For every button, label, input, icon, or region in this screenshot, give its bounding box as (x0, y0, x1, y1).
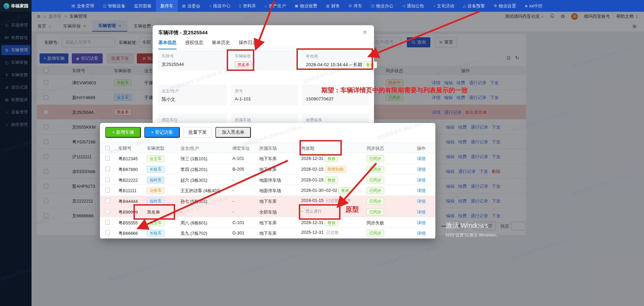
cell-plate: 粤B22222 (118, 177, 138, 183)
nav-item-资料库[interactable]: ▯资料库 (235, 0, 260, 12)
cell-validity: 2026-01-30~02-02 有效 (301, 187, 352, 194)
cell-type: 临时车 (147, 198, 164, 205)
field-value: 陈小文 (162, 96, 223, 102)
field-value: A-1-101 (235, 96, 294, 101)
nav-item-业委会[interactable]: ▧业委会 (178, 0, 205, 12)
nav-item-智能设备[interactable]: ◫智能设备 (98, 0, 129, 12)
nav-item-label: 物业收费 (300, 3, 317, 9)
cell-lot: 地下车库 (259, 167, 277, 173)
row-checkbox[interactable] (105, 220, 110, 225)
cell-type: 长租车 (147, 230, 164, 236)
op-详情[interactable]: 详情 (417, 220, 426, 226)
row-checkbox[interactable] (105, 199, 110, 203)
row-checkbox[interactable] (105, 209, 110, 214)
nav-item-业务受理[interactable]: ▤业务受理 (67, 0, 98, 12)
cell-type: 业主车 (147, 219, 164, 226)
prototype-table-header: 车牌号车辆类型业主/住户绑定车位所属车场有效期同步状态操作 (100, 142, 435, 153)
op-详情[interactable]: 详情 (417, 188, 426, 194)
field-value: 京2525544 (162, 61, 223, 68)
nav-item-物业办公[interactable]: ◳物业办公 (367, 0, 398, 12)
cell-owner: 张三 (1栋101) (180, 156, 207, 162)
nav-item-icon: ⚙ (494, 4, 497, 8)
nav-item-label: 物业办公 (376, 3, 393, 9)
nav-item-iot中控[interactable]: ◈iot中控 (521, 0, 547, 12)
cell-owner: 孙七 (5栋501) (180, 199, 207, 205)
nav-item-设备预警[interactable]: △设备预警 (459, 0, 489, 12)
cell-sync-status: 已同步 (367, 230, 384, 236)
nav-item-通知公告[interactable]: ◁通知公告 (398, 0, 428, 12)
op-详情[interactable]: 详情 (417, 177, 426, 183)
cell-type: 访客车 (147, 187, 164, 194)
close-icon[interactable]: ✕ (363, 29, 367, 36)
row-checkbox[interactable] (105, 177, 110, 182)
cell-sync-status: 已同步 (367, 177, 384, 183)
nav-item-icon: ◁ (402, 4, 405, 8)
nav-item-icon: ◈ (525, 4, 528, 8)
cell-spot: C-101 (232, 220, 244, 225)
nav-item-监控面板[interactable]: 监控面板 (130, 0, 156, 12)
nav-item-物业收费[interactable]: ▣物业收费 (290, 0, 322, 12)
validity-tag: 有效 (338, 187, 352, 194)
nav-item-icon: ▤ (71, 4, 75, 8)
cell-validity: 2026-12-31 有效 (301, 155, 338, 162)
row-checkbox[interactable] (105, 230, 110, 235)
proto-button-批量下发[interactable]: 批量下发 (183, 127, 212, 138)
cell-lot: 地下车库 (259, 156, 277, 162)
field-label: 车牌号 (162, 53, 223, 59)
proto-table-row: 粤B11111访客车王五的访客 (4栋402)-地面停车场2026-01-30~… (100, 185, 435, 196)
op-详情[interactable]: 详情 (417, 230, 426, 236)
nav-item-资产住户[interactable]: ⌂资产住户 (260, 0, 290, 12)
nav-item-新停车[interactable]: 新停车 (156, 0, 178, 12)
cell-owner: 周八 (6栋601) (180, 220, 207, 226)
cell-spot: B-205 (232, 167, 244, 172)
nav-item-停车[interactable]: ⊟停车 (344, 0, 366, 12)
nav-item-文化活动[interactable]: ◔文化活动 (429, 0, 459, 12)
nav-item-icon: ▥ (326, 4, 329, 8)
nav-item-物业设置[interactable]: ⚙物业设置 (489, 0, 521, 12)
cell-owner: 李四 (2栋201) (180, 167, 207, 173)
cell-lot: 地面停车场 (259, 188, 281, 194)
windows-activation-watermark: 激活 Windows 转到“设置”以激活 Windows。 (445, 221, 500, 238)
app-logo[interactable]: 幸福家园 (0, 0, 32, 12)
nav-item-财务[interactable]: ▥财务 (322, 0, 344, 12)
cell-validity: 2028-01-15 有效 (301, 177, 338, 183)
row-checkbox[interactable] (105, 188, 110, 192)
annotation-box-modal-validity (297, 48, 373, 70)
proto-col-同步状态: 同步状态 (367, 145, 384, 151)
nav-item-label: iot中控 (529, 3, 543, 9)
nav-item-推送中心[interactable]: ○推送中心 (205, 0, 235, 12)
field-label: 房号 (235, 88, 294, 94)
row-checkbox[interactable] (105, 167, 110, 171)
cell-type: 长租车 (147, 166, 164, 173)
cell-lot: 地下车库 (259, 199, 277, 205)
proto-button-新增车辆[interactable]: + 新增车辆 (105, 127, 141, 138)
op-详情[interactable]: 详情 (417, 199, 426, 205)
annotation-box-forbid-cell (299, 204, 340, 220)
cell-spot: D-301 (232, 230, 244, 235)
validity-tag: 有效 (325, 177, 338, 183)
annotation-box-validity-header (300, 140, 342, 156)
cell-owner: 王五的访客 (4栋402) (180, 188, 220, 194)
cell-spot: A-101 (232, 156, 244, 161)
nav-item-icon: ▯ (239, 4, 241, 8)
proto-button-登记访客[interactable]: + 登记访客 (144, 127, 180, 138)
screen: 幸福家园 ▤业务受理◫智能设备监控面板新停车▧业委会○推送中心▯资料库⌂资产住户… (0, 0, 644, 306)
op-详情[interactable]: 详情 (417, 156, 426, 162)
nav-item-icon: ◔ (433, 4, 435, 8)
app-logo-icon (3, 3, 9, 9)
cell-sync-status: 已同步 (367, 155, 384, 162)
app-logo-text: 幸福家园 (11, 3, 29, 9)
annotation-box-blacklist-cell (133, 204, 175, 220)
cell-plate: 粤B11111 (118, 188, 137, 194)
row-checkbox[interactable] (105, 156, 110, 161)
top-nav-items: ▤业务受理◫智能设备监控面板新停车▧业委会○推送中心▯资料库⌂资产住户▣物业收费… (67, 0, 547, 12)
nav-item-label: 业委会 (187, 3, 200, 9)
modal-field: 车牌号京2525544 (158, 50, 227, 71)
op-详情[interactable]: 详情 (417, 167, 426, 173)
cell-spot: - (232, 177, 234, 182)
cell-plate: 粤B66666 (118, 230, 138, 236)
op-详情[interactable]: 详情 (417, 209, 426, 215)
cell-plate: 粤B55555 (118, 220, 138, 226)
select-all-checkbox[interactable] (105, 146, 110, 150)
proto-button-加入黑名单[interactable]: 加入黑名单 (215, 127, 251, 138)
